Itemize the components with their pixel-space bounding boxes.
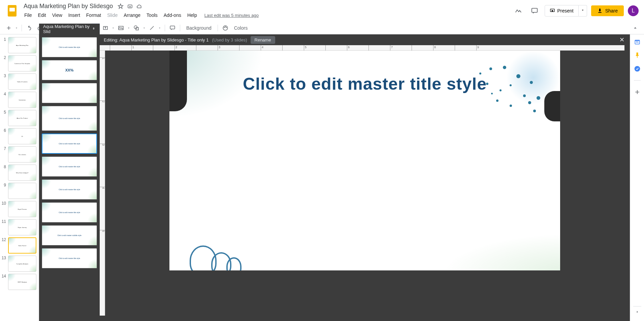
slide-number: 11 <box>1 219 6 235</box>
close-editor-button[interactable]: ✕ <box>618 36 626 44</box>
slide-thumbnail[interactable]: Sales Funnel <box>8 237 36 254</box>
shape-tool[interactable] <box>132 23 141 33</box>
user-avatar[interactable]: L <box>628 5 639 16</box>
slide-thumbnail[interactable]: Our columns <box>8 146 36 163</box>
master-layout-thumb[interactable]: Click to edit master title style <box>42 179 97 200</box>
used-by-label: (Used by 3 slides) <box>212 37 247 42</box>
separator <box>180 25 180 31</box>
slide-thumbnail[interactable]: Introduction <box>8 92 36 108</box>
master-layout-thumb[interactable]: XX% <box>42 60 97 80</box>
slide-thumbnail[interactable]: Buyer Journey <box>8 219 36 235</box>
cloud-icon[interactable] <box>136 3 142 9</box>
master-title-placeholder[interactable]: Click to edit master title style <box>243 74 487 94</box>
slide-thumb-5[interactable]: 5About Our Product <box>1 110 37 126</box>
watercolor-decoration <box>442 233 560 270</box>
textbox-dropdown[interactable] <box>111 26 116 30</box>
master-panel[interactable]: Click to edit master title styleXX%Click… <box>39 34 100 321</box>
slide-thumb-3[interactable]: 3Table of Contents <box>1 74 37 90</box>
editing-label: Editing: Aqua Marketing Plan by Slidesgo… <box>104 37 208 42</box>
slide-thumbnail[interactable]: 01 <box>8 128 36 144</box>
slide-thumbnail[interactable]: What Sets Us Apart? <box>8 165 36 181</box>
collapse-toolbar-button[interactable] <box>631 23 640 33</box>
master-layout-thumb[interactable]: Click to edit master title style <box>42 106 97 131</box>
slide-thumb-12[interactable]: 12Sales Funnel <box>1 237 37 254</box>
menu-edit[interactable]: Edit <box>35 11 49 19</box>
new-slide-dropdown[interactable] <box>14 26 19 30</box>
slide-thumb-6[interactable]: 601 <box>1 128 37 144</box>
slide-thumbnail[interactable]: SWOT Analysis <box>8 274 36 290</box>
menu-view[interactable]: View <box>50 11 65 19</box>
slide-thumb-14[interactable]: 14SWOT Analysis <box>1 274 37 290</box>
slide-thumbnail[interactable]: Buyer Persona <box>8 201 36 217</box>
editor-header: Aqua Marketing Plan by Slid Editing: Aqu… <box>100 34 630 45</box>
menu-help[interactable]: Help <box>185 11 200 19</box>
title-row: Aqua Marketing Plan by Slidesgo <box>22 2 512 10</box>
slide-thumb-8[interactable]: 8What Sets Us Apart? <box>1 165 37 181</box>
textbox-tool[interactable] <box>101 23 110 33</box>
add-addon-icon[interactable] <box>634 89 641 95</box>
master-layout-thumb[interactable]: Click to edit master title style <box>42 134 97 154</box>
slide-thumb-9[interactable]: 9 <box>1 183 37 199</box>
tasks-icon[interactable] <box>634 65 641 72</box>
background-button[interactable]: Background <box>183 24 215 32</box>
menu-addons[interactable]: Add-ons <box>161 11 184 19</box>
master-layout-thumb[interactable]: Click to edit master title style <box>42 156 97 177</box>
slide-thumbnail[interactable]: Competitor Analysis <box>8 256 36 272</box>
menu-insert[interactable]: Insert <box>66 11 83 19</box>
ruler-horizontal: 123456789 <box>100 45 624 51</box>
star-icon[interactable] <box>118 3 124 9</box>
master-dropdown-label[interactable]: Aqua Marketing Plan by Slid <box>39 24 100 34</box>
slide-thumb-7[interactable]: 7Our columns <box>1 146 37 163</box>
slide-thumbnail[interactable]: Table of Contents <box>8 74 36 90</box>
menu-format[interactable]: Format <box>84 11 104 19</box>
menu-file[interactable]: File <box>22 11 35 19</box>
colors-button[interactable]: Colors <box>231 24 251 32</box>
line-dropdown[interactable] <box>157 26 162 30</box>
menu-tools[interactable]: Tools <box>144 11 160 19</box>
keep-icon[interactable] <box>634 52 641 59</box>
slide-canvas[interactable]: Click to edit master title style <box>169 51 560 270</box>
new-slide-button[interactable] <box>4 23 13 33</box>
master-layout-thumb[interactable] <box>42 83 97 103</box>
shape-dropdown[interactable] <box>142 26 147 30</box>
slide-thumbnail[interactable]: Contents of This Template <box>8 55 36 71</box>
present-button[interactable]: Present <box>545 5 578 17</box>
rename-button[interactable]: Rename <box>251 36 275 44</box>
slide-thumb-1[interactable]: 1Aqua Marketing Plan <box>1 37 37 53</box>
slide-thumbnail[interactable]: About Our Product <box>8 110 36 126</box>
app-header: Aqua Marketing Plan by Slidesgo File Edi… <box>0 0 644 22</box>
slide-thumb-10[interactable]: 10Buyer Persona <box>1 201 37 217</box>
master-layout-thumb[interactable]: Click to edit master title style <box>42 248 97 268</box>
slide-thumbnail[interactable]: Aqua Marketing Plan <box>8 37 36 53</box>
activity-icon[interactable] <box>512 5 524 17</box>
image-tool[interactable] <box>116 23 126 33</box>
master-layout-thumb[interactable]: Click to edit master title style <box>42 202 97 223</box>
app-logo[interactable] <box>5 4 19 18</box>
slide-thumb-2[interactable]: 2Contents of This Template <box>1 55 37 71</box>
menu-arrange[interactable]: Arrange <box>121 11 143 19</box>
line-tool[interactable] <box>147 23 157 33</box>
last-edit-link[interactable]: Last edit was 5 minutes ago <box>204 13 259 18</box>
slide-thumbnail[interactable] <box>8 183 36 199</box>
colors-icon[interactable] <box>221 23 230 33</box>
slide-thumb-13[interactable]: 13Competitor Analysis <box>1 256 37 272</box>
master-layout-thumb[interactable]: Click to edit master subtitle style <box>42 225 97 245</box>
comment-tool[interactable] <box>168 23 177 33</box>
share-button[interactable]: Share <box>591 5 624 16</box>
undo-button[interactable] <box>25 23 34 33</box>
move-icon[interactable] <box>127 3 133 9</box>
slide-thumb-11[interactable]: 11Buyer Journey <box>1 219 37 235</box>
present-dropdown[interactable] <box>579 5 587 17</box>
expand-rail-button[interactable] <box>633 306 641 317</box>
separator <box>218 25 218 31</box>
slide-thumb-4[interactable]: 4Introduction <box>1 92 37 108</box>
calendar-icon[interactable]: 31 <box>634 38 641 45</box>
master-layout-thumb[interactable]: Click to edit master title style <box>42 37 97 57</box>
separator <box>634 80 641 81</box>
comments-icon[interactable] <box>528 5 541 17</box>
doc-title[interactable]: Aqua Marketing Plan by Slidesgo <box>22 2 115 10</box>
slide-number: 7 <box>1 146 6 163</box>
title-icons <box>118 3 142 9</box>
image-dropdown[interactable] <box>126 26 131 30</box>
slide-panel[interactable]: 1Aqua Marketing Plan2Contents of This Te… <box>0 34 39 321</box>
